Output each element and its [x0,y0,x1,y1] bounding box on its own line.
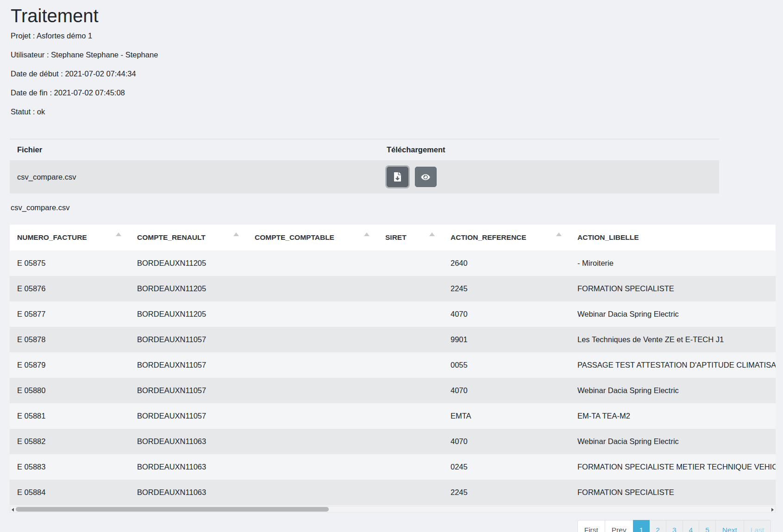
scrollbar-thumb[interactable] [16,507,329,512]
cell-compte_renault: BORDEAUXN11057 [130,378,247,403]
cell-action_libelle: FORMATION SPECIALISTE METIER TECHNIQUE V… [570,454,776,480]
cell-siret [378,276,443,301]
cell-numero_facture: E 05875 [10,250,130,276]
file-name-cell: csv_compare.csv [10,160,379,194]
pagination: FirstPrev12345NextLast [10,520,776,532]
file-actions-cell [379,160,719,194]
cell-compte_renault: BORDEAUXN11063 [130,480,247,505]
cell-action_reference: EMTA [443,403,570,429]
treatment-meta: Projet : Asfortes démo 1Utilisateur : St… [10,32,783,116]
table-row: E 05880BORDEAUXN110574070Webinar Dacia S… [10,378,776,403]
cell-compte_comptable [247,276,378,301]
cell-action_libelle: Webinar Dacia Spring Electric [570,301,776,327]
column-header-numero_facture[interactable]: NUMERO_FACTURE [10,225,130,250]
scroll-right-arrow-icon[interactable] [771,508,774,512]
page-button-5[interactable]: 5 [699,520,716,532]
cell-compte_renault: BORDEAUXN11205 [130,301,247,327]
cell-compte_renault: BORDEAUXN11057 [130,352,247,378]
column-header-compte_comptable[interactable]: COMPTE_COMPTABLE [247,225,378,250]
table-row: E 05879BORDEAUXN110570055PASSAGE TEST AT… [10,352,776,378]
cell-compte_comptable [247,403,378,429]
cell-numero_facture: E 05884 [10,480,130,505]
column-header-label: SIRET [385,233,407,241]
table-row: E 05878BORDEAUXN110579901Les Techniques … [10,327,776,352]
page-button-2[interactable]: 2 [649,520,666,532]
cell-compte_comptable [247,454,378,480]
cell-action_reference: 4070 [443,301,570,327]
sort-asc-icon [556,232,562,236]
file-table: Fichier Téléchargement csv_compare.csv [10,139,719,194]
page-title: Traitement [11,6,783,26]
column-header-action_reference[interactable]: ACTION_REFERENCE [443,225,570,250]
cell-action_reference: 9901 [443,327,570,352]
page-content: Traitement Projet : Asfortes démo 1Utili… [0,0,783,532]
cell-compte_comptable [247,480,378,505]
cell-action_libelle: Webinar Dacia Spring Electric [570,429,776,454]
page-button-next[interactable]: Next [715,520,744,532]
cell-numero_facture: E 05877 [10,301,130,327]
cell-action_libelle: FORMATION SPECIALISTE [570,276,776,301]
sort-asc-icon [364,232,370,236]
page-button-first[interactable]: First [577,520,605,532]
table-row: E 05876BORDEAUXN112052245FORMATION SPECI… [10,276,776,301]
cell-numero_facture: E 05881 [10,403,130,429]
table-row: E 05875BORDEAUXN112052640- Miroiterie05/… [10,250,776,276]
cell-compte_comptable [247,352,378,378]
cell-siret [378,378,443,403]
page-button-1[interactable]: 1 [633,520,650,532]
file-download-icon [394,172,401,182]
column-header-action_libelle[interactable]: ACTION_LIBELLE [570,225,776,250]
cell-action_libelle: - Miroiterie [570,250,776,276]
cell-numero_facture: E 05879 [10,352,130,378]
cell-action_reference: 0245 [443,454,570,480]
cell-compte_renault: BORDEAUXN11063 [130,429,247,454]
page-button-4[interactable]: 4 [683,520,700,532]
column-header-siret[interactable]: SIRET [378,225,443,250]
column-header-label: COMPTE_COMPTABLE [255,233,334,241]
cell-action_reference: 2245 [443,480,570,505]
page-button-last[interactable]: Last [744,520,771,532]
column-header-compte_renault[interactable]: COMPTE_RENAULT [130,225,247,250]
csv-data-table-wrapper: NUMERO_FACTURECOMPTE_RENAULTCOMPTE_COMPT… [10,225,776,505]
column-header-label: ACTION_REFERENCE [451,233,526,241]
cell-action_libelle: EM-TA TEA-M2 [570,403,776,429]
cell-compte_comptable [247,301,378,327]
cell-siret [378,480,443,505]
cell-siret [378,429,443,454]
cell-action_libelle: FORMATION SPECIALISTE [570,480,776,505]
column-header-label: ACTION_LIBELLE [577,233,639,241]
cell-compte_comptable [247,378,378,403]
table-row: E 05883BORDEAUXN110630245FORMATION SPECI… [10,454,776,480]
cell-siret [378,250,443,276]
meta-utilisateur: Utilisateur : Stephane Stephane - Stepha… [11,51,783,59]
sort-asc-icon [233,232,239,236]
file-row: csv_compare.csv [10,160,719,194]
cell-compte_renault: BORDEAUXN11205 [130,276,247,301]
csv-file-label: csv_compare.csv [11,204,783,212]
cell-numero_facture: E 05876 [10,276,130,301]
download-file-button[interactable] [387,167,408,187]
meta-date-fin: Date de fin : 2021-07-02 07:45:08 [11,89,783,97]
cell-numero_facture: E 05880 [10,378,130,403]
sort-asc-icon [116,232,121,236]
meta-statut: Statut : ok [11,108,783,116]
cell-siret [378,352,443,378]
cell-compte_comptable [247,327,378,352]
page-button-3[interactable]: 3 [666,520,683,532]
cell-compte_comptable [247,250,378,276]
file-table-header-telechargement: Téléchargement [379,139,719,161]
sort-asc-icon [429,232,435,236]
preview-file-button[interactable] [415,167,437,187]
table-row: E 05881BORDEAUXN11057EMTAEM-TA TEA-M203/… [10,403,776,429]
column-header-label: COMPTE_RENAULT [137,233,206,241]
cell-numero_facture: E 05882 [10,429,130,454]
page-button-prev[interactable]: Prev [605,520,633,532]
file-table-header-fichier: Fichier [10,139,379,161]
meta-date-debut: Date de début : 2021-07-02 07:44:34 [11,70,783,78]
csv-data-table: NUMERO_FACTURECOMPTE_RENAULTCOMPTE_COMPT… [10,225,776,505]
horizontal-scrollbar[interactable] [10,506,776,513]
scroll-left-arrow-icon[interactable] [12,508,14,512]
data-table-header-row: NUMERO_FACTURECOMPTE_RENAULTCOMPTE_COMPT… [10,225,776,250]
table-row: E 05877BORDEAUXN112054070Webinar Dacia S… [10,301,776,327]
cell-numero_facture: E 05883 [10,454,130,480]
